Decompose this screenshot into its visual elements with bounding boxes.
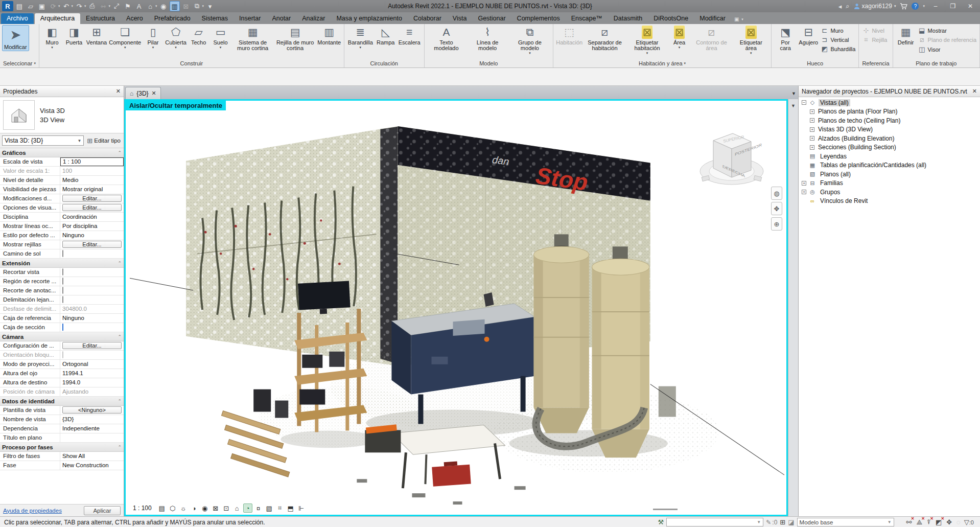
aligned-dimension-icon[interactable]: ⤢ xyxy=(111,1,122,11)
unlocked-3d-view-icon[interactable]: ⌂ xyxy=(232,503,242,513)
muro-button[interactable]: ⊏Muro xyxy=(821,27,855,34)
edit-button[interactable]: Editar... xyxy=(62,195,122,202)
tab-archivo[interactable]: Archivo xyxy=(1,13,34,24)
filter-icon[interactable]: ▽:0 xyxy=(964,518,974,526)
tree-item-familias[interactable]: +⊟Familias xyxy=(799,179,980,188)
visor-button[interactable]: ◫Visor xyxy=(918,45,976,53)
sistema-de-muro-cortina-button[interactable]: ▦Sistema de muro cortina xyxy=(232,25,274,52)
montante-button[interactable]: ▥Montante xyxy=(317,25,342,46)
etiquetar-habitaci-n-button[interactable]: ⊠Etiquetar habitación▾ xyxy=(626,25,668,55)
drag-elements-on-selection-icon[interactable]: ✥ xyxy=(946,518,952,526)
tab-datasmith[interactable]: Datasmith xyxy=(608,13,648,24)
property-value[interactable]: 11994.1 xyxy=(60,369,124,378)
revit-logo-icon[interactable]: R xyxy=(2,1,13,11)
separador-de-habitaci-n-button[interactable]: ⧄Separador de habitación xyxy=(584,25,626,52)
property-value[interactable]: 1 : 100 xyxy=(60,157,124,166)
property-value[interactable]: Por disciplina xyxy=(60,222,124,231)
etiquetar-rea-button[interactable]: ⊠Etiquetar área▾ xyxy=(733,25,769,55)
property-value[interactable]: Editar... xyxy=(60,341,124,350)
property-value[interactable]: 304800.0 xyxy=(60,305,124,313)
tab-modificar[interactable]: Modificar xyxy=(694,13,731,24)
select-underlay-elements-icon[interactable]: ⟁✕ xyxy=(916,518,922,526)
expand-box-icon[interactable]: + xyxy=(810,145,814,150)
panel-caret-icon[interactable]: ▾ xyxy=(684,61,686,65)
property-value[interactable]: Editar... xyxy=(60,203,124,212)
edit-button[interactable]: Editar... xyxy=(62,204,122,211)
muro-button[interactable]: ◧Muro▾ xyxy=(41,25,63,50)
viewcube[interactable]: DERECHA POSTERIOR SUPERIOR xyxy=(692,121,774,190)
property-value[interactable] xyxy=(60,351,124,359)
agujero-button[interactable]: ⊟Agujero xyxy=(798,25,819,46)
expand-box-icon[interactable]: + xyxy=(810,136,814,141)
scroll-down-icon[interactable]: ▼ xyxy=(791,103,796,108)
collapse-box-icon[interactable]: − xyxy=(802,100,806,105)
undo-dropdown-icon[interactable]: ▾ xyxy=(72,4,74,8)
property-value[interactable]: Editar... xyxy=(60,194,124,203)
customize-quick-access-icon[interactable]: ▾ xyxy=(205,1,215,11)
checkbox[interactable] xyxy=(62,296,63,303)
default-3d-view-icon[interactable]: ⌂ xyxy=(145,1,155,11)
tag-by-category-icon[interactable]: ⚑ xyxy=(123,1,133,11)
drawing-area[interactable]: Aislar/Ocultar temporalmente xyxy=(124,99,788,516)
componente-button[interactable]: ❏Componente▾ xyxy=(108,25,142,50)
property-value[interactable]: 100 xyxy=(60,167,124,175)
expand-box-icon[interactable]: + xyxy=(802,181,806,186)
tab-dirootsone[interactable]: DiRootsOne xyxy=(648,13,694,24)
text-icon[interactable]: A xyxy=(134,1,144,11)
render-icon[interactable]: ◉ xyxy=(158,1,169,11)
highlight-displacement-sets-icon[interactable]: ⬒ xyxy=(286,503,295,513)
tree-item-planos-de-techo-ceiling-plan-[interactable]: +Planos de techo (Ceiling Plan) xyxy=(799,116,980,125)
property-value[interactable] xyxy=(60,286,124,295)
reveal-hidden-elements-icon[interactable]: ¤ xyxy=(254,503,263,513)
crop-view-icon[interactable]: ⊠ xyxy=(211,503,220,513)
redo-icon[interactable]: ↷ xyxy=(74,1,84,11)
close-inactive-views-icon[interactable]: ⊠ xyxy=(181,1,191,11)
mostrar-button[interactable]: ⬓Mostrar xyxy=(918,27,976,34)
property-section-c-mara[interactable]: Cámara⌃ xyxy=(0,332,124,341)
search-icon[interactable]: ⌕ xyxy=(846,2,849,10)
tab-colaborar[interactable]: Colaborar xyxy=(408,13,447,24)
worksets-icon[interactable]: ⚒ xyxy=(658,518,664,526)
tree-item-leyendas[interactable]: ▤Leyendas xyxy=(799,152,980,161)
rendering-dialog-icon[interactable]: ◉ xyxy=(200,503,209,513)
checkbox[interactable] xyxy=(62,278,63,285)
tab-masa-y-emplazamiento[interactable]: Masa y emplazamiento xyxy=(331,13,408,24)
grupo-de-modelo-button[interactable]: ⧉Grupo de modelo▾ xyxy=(509,25,551,55)
select-elements-by-face-icon[interactable]: ◩✕ xyxy=(936,518,942,526)
property-value[interactable]: Independiente xyxy=(60,424,124,433)
cubierta-button[interactable]: ⬠Cubierta▾ xyxy=(164,25,187,50)
property-value[interactable]: <Ninguno> xyxy=(60,406,124,415)
property-value[interactable]: Ninguno xyxy=(60,314,124,323)
tab-prefabricado[interactable]: Prefabricado xyxy=(149,13,196,24)
print-icon[interactable]: ⎙ xyxy=(87,1,98,11)
checkbox[interactable] xyxy=(62,268,63,276)
thin-lines-icon[interactable]: ▥ xyxy=(170,1,180,11)
close-button[interactable]: ✕ xyxy=(964,3,977,10)
expand-box-icon[interactable]: + xyxy=(810,127,814,132)
pan-icon[interactable]: ✥ xyxy=(771,202,782,215)
ventana-button[interactable]: ⊞Ventana xyxy=(85,25,108,46)
temporary-view-properties-icon[interactable]: ▧ xyxy=(265,503,274,513)
save-icon[interactable]: ▣ xyxy=(37,1,47,11)
tree-item-alzados-building-elevation-[interactable]: +Alzados (Building Elevation) xyxy=(799,134,980,143)
property-value[interactable]: Ortogonal xyxy=(60,360,124,369)
view-tab-close-icon[interactable]: ✕ xyxy=(152,90,156,97)
expand-box-icon[interactable]: + xyxy=(810,118,814,123)
tree-item-grupos[interactable]: +◎Grupos xyxy=(799,188,980,197)
texto-modelado-button[interactable]: ATexto modelado xyxy=(427,25,466,52)
l-nea-de-modelo-button[interactable]: ⌇Línea de modelo xyxy=(466,25,508,52)
property-value[interactable] xyxy=(60,277,124,286)
exclude-options-icon[interactable]: ◪ xyxy=(788,518,794,526)
project-browser-close-icon[interactable]: ✕ xyxy=(972,88,977,95)
property-section-proceso-por-fases[interactable]: Proceso por fases⌃ xyxy=(0,443,124,452)
property-section-datos-de-identidad[interactable]: Datos de identidad⌃ xyxy=(0,397,124,406)
app-store-cart-icon[interactable] xyxy=(900,3,907,10)
expand-box-icon[interactable]: + xyxy=(810,109,814,114)
select-links-icon[interactable]: ⚯✕ xyxy=(906,518,912,526)
property-value[interactable]: Medio xyxy=(60,176,124,185)
property-value[interactable]: Ninguno xyxy=(60,231,124,240)
suelo-button[interactable]: ▭Suelo▾ xyxy=(210,25,231,50)
properties-help-link[interactable]: Ayuda de propiedades xyxy=(3,508,62,514)
type-selector-dropdown[interactable]: Vista 3D: {3D} ▼ xyxy=(2,135,84,146)
tree-item-v-nculos-de-revit[interactable]: ∞Vínculos de Revit xyxy=(799,197,980,206)
